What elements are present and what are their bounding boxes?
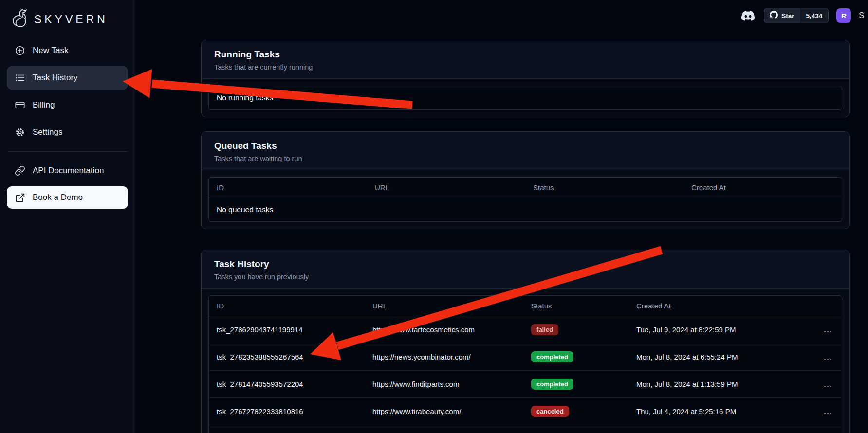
task-history-header: Task History Tasks you have run previous… [202,250,849,289]
skyvern-logo[interactable]: SKYVERN [7,7,128,39]
cell-created-at: Thu, Jun 27, 2024 at 8:38:58 PM [628,427,814,433]
cell-url: https://www.finditparts.com [365,372,523,396]
sidebar: SKYVERN New Task Task History [0,0,135,433]
book-a-demo-label: Book a Demo [33,193,83,202]
row-actions-button[interactable]: ... [814,344,842,370]
main-area: Star 5,434 R S Running Tasks Tasks that … [135,0,868,433]
github-star-button[interactable]: Star 5,434 [764,8,829,23]
sidebar-item-api-documentation[interactable]: API Documentation [7,159,128,182]
cell-url: https://news.ycombinator.com/ [365,345,523,369]
column-header-id: ID [209,296,365,316]
link-icon [15,165,25,176]
credit-card-icon [15,100,25,110]
app-root: SKYVERN New Task Task History [0,0,868,433]
column-header-status: Status [523,296,628,316]
queued-tasks-title: Queued Tasks [214,141,836,151]
running-tasks-content: No running tasks [202,79,849,117]
table-row[interactable]: tsk_278629043741199914 https://www.tarte… [209,316,842,343]
task-history-content: ID URL Status Created At tsk_27862904374… [202,289,849,433]
running-tasks-title: Running Tasks [214,49,836,60]
column-header-url: URL [365,296,523,316]
sidebar-item-settings[interactable]: Settings [7,121,128,144]
sidebar-nav: New Task Task History Billing [7,39,128,144]
column-header-url: URL [367,178,525,198]
content: Running Tasks Tasks that are currently r… [201,40,850,433]
cell-created-at: Thu, Jul 4, 2024 at 5:25:16 PM [628,399,814,423]
cell-url: https://www.tirabeauty.com/ [365,399,523,423]
queued-tasks-subtitle: Tasks that are waiting to run [214,155,836,162]
table-row[interactable]: tsk_278235388555267564 https://news.ycom… [209,343,842,371]
cell-task-id: tsk_278629043741199914 [209,318,365,342]
queued-tasks-header: Queued Tasks Tasks that are waiting to r… [202,132,849,170]
queued-tasks-content: ID URL Status Created At No queued tasks [202,170,849,229]
sidebar-item-task-history[interactable]: Task History [7,66,128,90]
skyvern-dragon-icon [9,8,30,31]
queued-tasks-table-header: ID URL Status Created At [209,178,842,198]
gear-icon [15,127,25,138]
status-badge: failed [531,324,558,335]
github-icon [770,11,778,20]
cell-url: https://www.tartecosmetics.com [365,318,523,342]
table-row[interactable]: tsk_274180139292204058 https://www.geico… [209,425,842,433]
status-badge: completed [531,351,573,362]
running-tasks-subtitle: Tasks that are currently running [214,63,836,71]
queued-tasks-table: ID URL Status Created At No queued tasks [208,177,842,222]
running-tasks-empty: No running tasks [209,86,842,109]
avatar[interactable]: R [836,8,851,23]
discord-icon[interactable] [739,8,756,23]
cell-created-at: Mon, Jul 8, 2024 at 1:13:59 PM [628,372,814,396]
status-badge: completed [531,379,573,390]
sidebar-item-label: New Task [33,46,68,55]
sidebar-item-label: API Documentation [33,166,104,176]
row-actions-button[interactable]: ... [814,317,842,343]
row-actions-button[interactable]: ... [814,426,842,433]
sidebar-item-label: Billing [33,100,55,110]
user-name-partial: S [859,11,864,20]
github-star-count: 5,434 [800,8,829,23]
running-tasks-table: No running tasks [208,86,842,110]
sidebar-divider [8,151,127,152]
cell-task-id: tsk_276727822333810816 [209,399,365,423]
task-history-table-header: ID URL Status Created At [209,296,842,316]
status-badge: canceled [531,406,569,417]
column-header-status: Status [525,178,683,198]
sidebar-item-label: Settings [33,127,62,137]
task-history-card: Task History Tasks you have run previous… [201,250,850,433]
task-history-table: ID URL Status Created At tsk_27862904374… [208,295,842,433]
external-link-icon [15,192,25,203]
cell-created-at: Tue, Jul 9, 2024 at 8:22:59 PM [628,318,814,342]
column-header-created-at: Created At [683,178,842,198]
task-history-subtitle: Tasks you have run previously [214,273,836,281]
cell-url: https://www.geico.com [365,427,523,433]
column-header-id: ID [209,178,367,198]
column-header-created-at: Created At [628,296,814,316]
cell-task-id: tsk_278147405593572204 [209,372,365,396]
sidebar-item-new-task[interactable]: New Task [7,39,128,62]
running-tasks-header: Running Tasks Tasks that are currently r… [202,40,849,79]
queued-tasks-card: Queued Tasks Tasks that are waiting to r… [201,131,850,229]
sidebar-item-billing[interactable]: Billing [7,93,128,117]
cell-created-at: Mon, Jul 8, 2024 at 6:55:24 PM [628,345,814,369]
task-history-title: Task History [214,259,836,270]
queued-tasks-empty: No queued tasks [209,198,842,221]
table-row[interactable]: tsk_278147405593572204 https://www.findi… [209,371,842,398]
cell-task-id: tsk_278235388555267564 [209,345,365,369]
sidebar-item-label: Task History [33,73,78,83]
table-row[interactable]: tsk_276727822333810816 https://www.tirab… [209,398,842,425]
cell-task-id: tsk_274180139292204058 [209,427,365,433]
running-tasks-card: Running Tasks Tasks that are currently r… [201,40,850,117]
github-star-label: Star [781,12,794,19]
list-icon [15,72,25,83]
row-actions-button[interactable]: ... [814,398,842,424]
book-a-demo-button[interactable]: Book a Demo [7,186,128,209]
topbar: Star 5,434 R S [739,8,864,23]
brand-name: SKYVERN [34,13,108,26]
column-header-actions [814,296,842,316]
row-actions-button[interactable]: ... [814,371,842,397]
plus-circle-icon [15,45,25,56]
